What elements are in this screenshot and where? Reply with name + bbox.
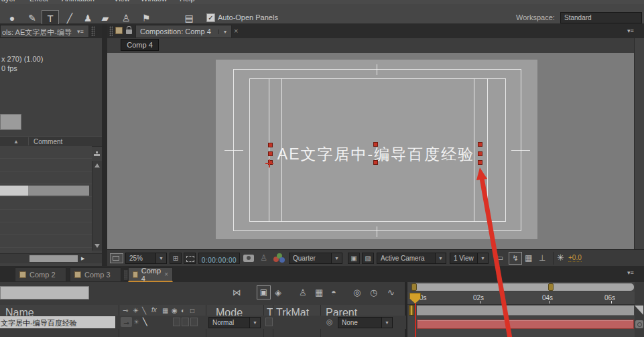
region-of-interest-button[interactable] xyxy=(184,253,196,264)
time-ruler[interactable]: 0s 02s 04s 06s xyxy=(407,292,635,305)
tab-comp4-active[interactable]: Comp 4 × xyxy=(128,267,173,282)
viewer-panel-grip[interactable] xyxy=(109,26,113,36)
show-snapshot-icon[interactable]: ♙ xyxy=(260,254,267,262)
tab-comp2[interactable]: Comp 2 xyxy=(15,267,66,282)
navigator-end-handle[interactable] xyxy=(548,283,554,291)
layer-collapse-switch[interactable]: ☀ xyxy=(133,319,139,326)
layer-row[interactable]: 文字居中-编导百度经验 ⊸ ☀ ╲ Normal▼ ◎ None▼ xyxy=(0,316,406,329)
eraser-tool-button[interactable]: ▰ xyxy=(97,10,113,25)
anchor-point-icon[interactable] xyxy=(265,159,273,167)
transparency-grid-button[interactable]: ▨ xyxy=(362,253,374,264)
layer-duration-bar[interactable] xyxy=(417,320,634,329)
flowchart-icon[interactable] xyxy=(94,150,101,157)
timecode-display[interactable]: 0:00:00:00 xyxy=(198,253,240,264)
work-area-bar[interactable] xyxy=(417,306,634,316)
stamp-tool-button[interactable]: ♟ xyxy=(80,10,96,25)
project-panel-grip[interactable] xyxy=(91,26,94,36)
layer-name-cell[interactable]: 文字居中-编导百度经验 xyxy=(0,316,115,328)
menu-view[interactable]: View xyxy=(114,0,130,3)
composition-tab-close-icon[interactable]: × xyxy=(234,27,238,35)
pixel-aspect-button[interactable]: ↯ xyxy=(509,252,522,265)
cti-line[interactable] xyxy=(415,303,416,337)
timeline-tab-grip[interactable] xyxy=(124,270,127,279)
navigator-start-handle[interactable] xyxy=(411,283,417,291)
collapse-columns-icon[interactable]: ▲ xyxy=(13,139,19,145)
hscroll-thumb[interactable] xyxy=(29,255,78,262)
layer-quality-switch[interactable]: ╲ xyxy=(143,318,147,326)
selection-handle[interactable] xyxy=(478,160,482,165)
channels-icon[interactable] xyxy=(273,253,285,263)
project-hscrollbar[interactable]: ▶ xyxy=(0,253,102,263)
project-panel-tab[interactable]: ols: AE文字居中-编导 ▾≡ xyxy=(0,25,89,38)
timeline-panel-menu-icon[interactable]: ▾≡ xyxy=(627,269,634,276)
pen-tool-button[interactable]: ✎ xyxy=(24,10,40,25)
trkmat-box[interactable] xyxy=(265,318,273,326)
rotobrush-tool-button[interactable]: ♙ xyxy=(118,10,134,25)
mask-visibility-button[interactable]: ▣ xyxy=(348,253,360,264)
selection-handle[interactable] xyxy=(373,160,378,165)
panel-divider[interactable] xyxy=(102,24,107,266)
safe-margins-button[interactable]: ⊞ xyxy=(170,253,182,264)
auto-open-checkbox[interactable]: ✓ xyxy=(206,13,215,22)
workspace-select[interactable]: Standard xyxy=(560,12,642,23)
mini-flowchart-icon[interactable]: ⊥ xyxy=(539,254,545,262)
selected-item-row-extension[interactable] xyxy=(28,186,89,196)
frame-blend-icon[interactable]: ▦ xyxy=(315,288,323,297)
layer-motion-blur-box[interactable] xyxy=(182,318,189,326)
timeline-search-field[interactable] xyxy=(0,286,89,299)
selection-handle[interactable] xyxy=(268,151,273,156)
flat-screen-icon[interactable]: ▭ xyxy=(496,254,503,262)
monitor-icon[interactable] xyxy=(110,253,123,263)
shy-layers-icon[interactable]: ♙ xyxy=(299,288,307,297)
snapshot-camera-icon[interactable] xyxy=(243,255,254,262)
selection-handle[interactable] xyxy=(478,142,482,147)
layer-shy-switch[interactable]: ⊸ xyxy=(121,317,132,327)
exposure-aperture-icon[interactable]: ✳ xyxy=(557,253,564,262)
graph-editor-icon[interactable]: ∿ xyxy=(387,288,395,297)
menu-help[interactable]: Help xyxy=(180,0,195,3)
time-navigator-bar[interactable] xyxy=(412,283,634,291)
tab-close-icon[interactable]: × xyxy=(164,271,168,278)
selected-item-row[interactable] xyxy=(0,186,28,196)
scroll-up-icon[interactable] xyxy=(94,163,100,167)
lock-icon[interactable] xyxy=(126,29,132,34)
comp-flowchart-icon[interactable]: ⋈ xyxy=(233,288,241,297)
parent-pickwhip-icon[interactable]: ◎ xyxy=(326,318,333,326)
selection-handle[interactable] xyxy=(478,151,482,156)
layer-adjustment-box[interactable] xyxy=(190,318,198,326)
puppet-pin-tool-button[interactable]: ⚑ xyxy=(138,10,154,25)
scroll-right-icon[interactable]: ▶ xyxy=(81,256,84,261)
timeline-zoom-icon[interactable] xyxy=(635,320,643,328)
exposure-value[interactable]: +0.0 xyxy=(568,254,582,262)
selection-handle[interactable] xyxy=(268,143,273,147)
parent-select[interactable]: None▼ xyxy=(338,317,393,328)
resolution-select[interactable]: Quarter▼ xyxy=(289,253,342,264)
comp-navigator-chip[interactable]: Comp 4 xyxy=(121,39,159,51)
project-panel-menu-icon[interactable]: ▾≡ xyxy=(77,28,84,35)
live-update-icon[interactable]: ◈ xyxy=(275,288,281,297)
menu-layer[interactable]: ayer xyxy=(1,0,15,3)
3d-view-select[interactable]: Active Camera▼ xyxy=(377,253,446,264)
scroll-down-icon[interactable] xyxy=(94,244,100,248)
panel-list-button[interactable]: ▤ xyxy=(181,10,197,25)
work-area-start-bracket[interactable] xyxy=(409,305,414,316)
menu-effect[interactable]: Effect xyxy=(29,0,48,3)
ellipse-tool-button[interactable]: ● xyxy=(4,10,20,25)
auto-keyframe-icon[interactable]: ◷ xyxy=(370,288,377,297)
draft-3d-button[interactable]: ▣ xyxy=(257,285,271,299)
selection-handle[interactable] xyxy=(373,142,378,147)
layer-frame-blend-box[interactable] xyxy=(173,318,180,326)
film-frames-icon[interactable]: ▦ xyxy=(525,254,532,262)
project-vscrollbar[interactable] xyxy=(92,161,102,251)
brush-tool-button[interactable]: ╱ xyxy=(62,10,78,25)
menu-window[interactable]: Window xyxy=(141,0,167,3)
view-layout-select[interactable]: 1 View▼ xyxy=(450,253,489,264)
blend-mode-select[interactable]: Normal▼ xyxy=(208,317,261,328)
menu-animation[interactable]: Animation xyxy=(62,0,94,3)
viewer-panel-menu-icon[interactable]: ▾≡ xyxy=(627,27,634,34)
motion-blur-icon[interactable]: ◓ xyxy=(331,288,336,297)
project-item-list[interactable] xyxy=(0,146,92,253)
brainstorm-icon[interactable]: ◎ xyxy=(353,288,361,297)
magnification-select[interactable]: 25%▼ xyxy=(125,253,167,264)
composition-panel-tab[interactable]: Composition: Comp 4 ▼ xyxy=(135,25,232,38)
